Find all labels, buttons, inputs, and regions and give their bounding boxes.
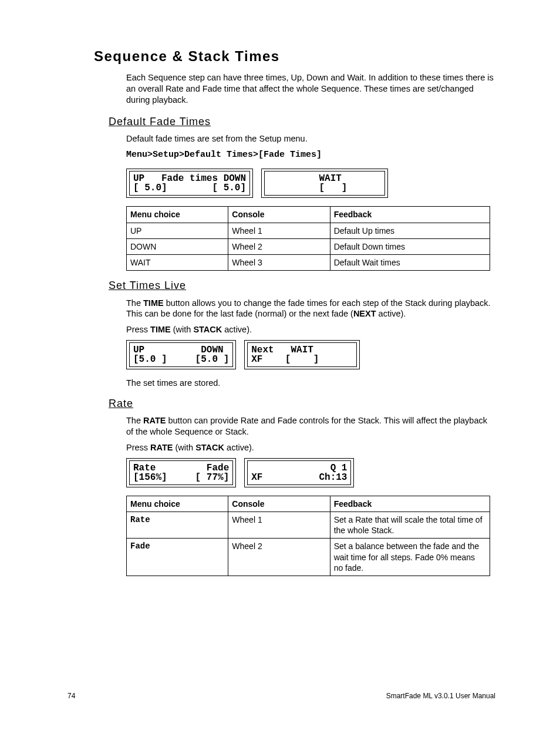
txt-bold: RATE: [143, 416, 166, 425]
section2-tail: The set times are stored.: [126, 378, 495, 389]
td: Fade: [127, 539, 228, 576]
txt-bold: TIME: [143, 298, 164, 308]
td: Wheel 1: [228, 512, 330, 539]
intro-text: Each Sequence step can have three times,…: [126, 72, 495, 106]
td: Default Up times: [330, 223, 490, 238]
section1-p1: Default fade times are set from the Setu…: [126, 133, 495, 144]
section-default-fade-times: Default Fade Times: [109, 115, 495, 129]
lcd-screen: UP Fade times DOWN [ 5.0] [ 5.0]: [129, 171, 250, 196]
page-title: Sequence & Stack Times: [94, 47, 495, 65]
td: DOWN: [127, 238, 228, 254]
txt-bold: NEXT: [353, 309, 376, 318]
td: Wheel 2: [228, 539, 330, 576]
lcd-screen: Q 1 XF Ch:13: [247, 460, 351, 485]
txt-bold: STACK: [195, 443, 224, 452]
lcd-screen: Rate Fade [156%] [ 77%]: [129, 460, 233, 485]
lcd-unit: UP DOWN [5.0 ] [5.0 ]: [126, 340, 236, 369]
th-menu-choice: Menu choice: [127, 496, 228, 512]
footer: 74 SmartFade ML v3.0.1 User Manual: [68, 692, 495, 701]
txt-bold: TIME: [150, 325, 171, 334]
th-console: Console: [228, 496, 330, 512]
th-feedback: Feedback: [330, 496, 490, 512]
lcd-unit: Rate Fade [156%] [ 77%]: [126, 458, 236, 487]
th-console: Console: [228, 207, 330, 223]
txt-bold: STACK: [193, 325, 222, 334]
txt: active).: [224, 443, 254, 452]
txt: Press: [126, 325, 150, 334]
txt: The: [126, 298, 143, 308]
page-number: 74: [68, 692, 75, 701]
lcd-row-1: UP Fade times DOWN [ 5.0] [ 5.0] WAIT [ …: [126, 169, 495, 198]
menu-path: Menu>Setup>Default Times>[Fade Times]: [126, 149, 495, 161]
section-rate: Rate: [109, 397, 495, 410]
lcd-screen: UP DOWN [5.0 ] [5.0 ]: [129, 342, 233, 367]
th-feedback: Feedback: [330, 207, 490, 223]
lcd-screen: WAIT [ ]: [264, 171, 385, 196]
section3-press: Press RATE (with STACK active).: [126, 442, 495, 453]
txt: (with: [171, 325, 194, 334]
th-menu-choice: Menu choice: [127, 207, 228, 223]
lcd-unit: UP Fade times DOWN [ 5.0] [ 5.0]: [126, 169, 253, 198]
section2-press: Press TIME (with STACK active).: [126, 324, 495, 335]
section-set-times-live: Set Times Live: [109, 279, 495, 292]
txt-bold: RATE: [150, 443, 173, 452]
td: Set a balance between the fade and the w…: [330, 539, 490, 576]
lcd-unit: Next WAIT XF [ ]: [244, 340, 360, 369]
td: Rate: [127, 512, 228, 539]
txt: The: [126, 416, 143, 425]
txt: button can provide Rate and Fade control…: [126, 416, 487, 436]
lcd-screen: Next WAIT XF [ ]: [247, 342, 357, 367]
td: Set a Rate that will scale the total tim…: [330, 512, 490, 539]
txt: active).: [376, 309, 406, 318]
td: Default Down times: [330, 238, 490, 254]
lcd-unit: WAIT [ ]: [261, 169, 388, 198]
td: UP: [127, 223, 228, 238]
txt: button allows you to change the fade tim…: [126, 298, 491, 319]
manual-name: SmartFade ML v3.0.1 User Manual: [386, 692, 495, 701]
td: WAIT: [127, 255, 228, 271]
table-default-times: Menu choice Console Feedback UPWheel 1De…: [126, 206, 490, 271]
lcd-row-2: UP DOWN [5.0 ] [5.0 ] Next WAIT XF [ ]: [126, 340, 495, 369]
lcd-row-3: Rate Fade [156%] [ 77%] Q 1 XF Ch:13: [126, 458, 495, 487]
td: Default Wait times: [330, 255, 490, 271]
td: Wheel 3: [228, 255, 330, 271]
txt: (with: [173, 443, 196, 452]
table-rate: Menu choice Console Feedback RateWheel 1…: [126, 496, 490, 576]
lcd-unit: Q 1 XF Ch:13: [244, 458, 354, 487]
td: Wheel 2: [228, 238, 330, 254]
section3-p: The RATE button can provide Rate and Fad…: [126, 415, 495, 438]
txt: Press: [126, 443, 150, 452]
txt: active).: [222, 325, 252, 334]
td: Wheel 1: [228, 223, 330, 238]
section2-p: The TIME button allows you to change the…: [126, 298, 495, 320]
